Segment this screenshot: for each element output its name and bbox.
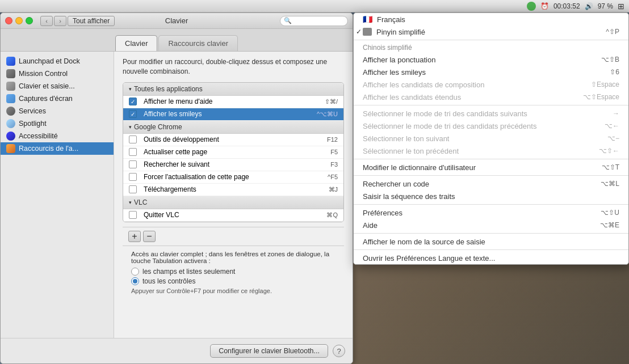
sidebar-item-keyboard[interactable]: Clavier et saisie...: [1, 80, 114, 92]
remove-shortcut-button[interactable]: −: [143, 231, 156, 242]
sidebar-item-shortcuts[interactable]: Raccourcis de l'a...: [1, 142, 114, 155]
main-window: ‹ › Tout afficher Clavier 🔍 Clavier Racc…: [0, 12, 353, 364]
sidebar: Launchpad et Dock Mission Control Clavie…: [1, 52, 114, 347]
menu-item-ponctuation[interactable]: Afficher la ponctuation ⌥⇧B: [354, 53, 628, 66]
separator-4: [354, 175, 628, 176]
flag-icon-fr: 🇫🇷: [363, 15, 372, 24]
maximize-button[interactable]: [26, 17, 33, 24]
checkbox-downloads[interactable]: [129, 185, 137, 193]
sidebar-item-accessibility[interactable]: Accessibilité: [1, 130, 114, 142]
nav-buttons: ‹ ›: [40, 16, 66, 26]
menu-item-candidats-etendus: Afficher les candidats étendus ⌥⇧Espace: [354, 91, 628, 103]
menu-item-sequence-traits[interactable]: Saisir la séquence des traits: [354, 190, 628, 202]
title-bar: ‹ › Tout afficher Clavier 🔍: [1, 13, 353, 29]
shortcut-downloads[interactable]: Téléchargements ⌘J: [123, 184, 343, 196]
menu-item-nom-source[interactable]: Afficher le nom de la source de saisie: [354, 235, 628, 248]
services-icon: [6, 107, 15, 116]
menu-item-smileys[interactable]: Afficher les smileys ⇧6: [354, 66, 628, 78]
menu-item-francais[interactable]: 🇫🇷 Français: [354, 13, 628, 26]
shortcut-find-next[interactable]: Rechercher le suivant F3: [123, 159, 343, 171]
content-area: Launchpad et Dock Mission Control Clavie…: [1, 52, 353, 347]
volume-icon[interactable]: 🔊: [585, 2, 593, 10]
access-note: Appuyer sur Contrôle+F7 pour modifier ce…: [131, 287, 336, 294]
menu-item-aide[interactable]: Aide ⌥⌘E: [354, 219, 628, 231]
checkbox-devtools[interactable]: [129, 136, 137, 143]
checkbox-help-menu[interactable]: [129, 98, 137, 105]
checkbox-smileys[interactable]: [129, 110, 137, 118]
show-all-button[interactable]: Tout afficher: [68, 16, 115, 26]
menu-item-ton-suivant: Sélectionner le ton suivant ⌥−: [354, 132, 628, 145]
sidebar-item-spotlight[interactable]: Spotlight: [1, 117, 114, 130]
radio-all-controls[interactable]: tous les contrôles: [131, 277, 336, 285]
grid-icon: ⊞: [618, 2, 624, 11]
back-button[interactable]: ‹: [40, 16, 53, 26]
separator-6: [354, 233, 628, 234]
separator-5: [354, 204, 628, 205]
forward-button[interactable]: ›: [54, 16, 66, 26]
triangle-vlc: ▾: [129, 200, 132, 205]
traffic-lights: [5, 17, 33, 24]
shortcut-devtools[interactable]: Outils de développement F12: [123, 134, 343, 146]
help-button[interactable]: ?: [333, 345, 345, 357]
access-title: Accès au clavier complet ; dans les fenê…: [131, 251, 336, 264]
menu-item-candidats-composition: Afficher les candidats de composition ⇧E…: [354, 78, 628, 91]
add-shortcut-button[interactable]: +: [128, 231, 141, 242]
close-button[interactable]: [5, 17, 12, 24]
input-source-dropdown: 🇫🇷 Français Pinyin simplifié ^⇧P Chinois…: [353, 12, 629, 265]
menu-item-pinyin[interactable]: Pinyin simplifié ^⇧P: [354, 26, 628, 38]
sidebar-item-services[interactable]: Services: [1, 105, 114, 117]
configure-bluetooth-button[interactable]: Configurer le clavier Bluetooth...: [210, 344, 328, 358]
access-section: Accès au clavier complet ; dans les fenê…: [123, 246, 344, 300]
clock-icon: ⏰: [540, 2, 549, 10]
window-bottom-bar: Configurer le clavier Bluetooth... ?: [1, 338, 353, 363]
menu-item-preferences[interactable]: Préférences ⌥⇧U: [354, 206, 628, 219]
separator-2: [354, 105, 628, 105]
time-display: 00:03:52: [553, 2, 580, 10]
menubar-right: ⏰ 00:03:52 🔊 97 % ⊞: [527, 2, 624, 11]
shortcut-refresh[interactable]: Actualiser cette page F5: [123, 146, 343, 159]
search-icon: 🔍: [284, 17, 292, 24]
separator-3: [354, 159, 628, 159]
menubar: ⏰ 00:03:52 🔊 97 % ⊞: [0, 0, 629, 12]
accessibility-icon: [6, 132, 15, 141]
radio-circle-all[interactable]: [131, 277, 139, 285]
tabs-toolbar: Clavier Raccourcis clavier: [1, 29, 353, 52]
spotlight-icon: [6, 119, 15, 128]
menu-item-open-preferences[interactable]: Ouvrir les Préférences Langue et texte..…: [354, 252, 628, 264]
sidebar-item-launchpad[interactable]: Launchpad et Dock: [1, 55, 114, 67]
radio-fields-only[interactable]: les champs et listes seulement: [131, 268, 336, 276]
checkbox-find-next[interactable]: [129, 160, 137, 168]
triangle-chrome: ▾: [129, 124, 132, 130]
description-text: Pour modifier un raccourci, double-cliqu…: [123, 57, 344, 77]
menu-item-dictionnaire[interactable]: Modifier le dictionnaire d'utilisateur ⌥…: [354, 161, 628, 173]
triangle-all-apps: ▾: [129, 86, 132, 92]
sidebar-item-screenshot[interactable]: Captures d'écran: [1, 92, 114, 105]
main-panel: Pour modifier un raccourci, double-cliqu…: [114, 52, 353, 347]
checkbox-refresh[interactable]: [129, 148, 137, 156]
shortcut-help-menu[interactable]: Afficher le menu d'aide ⇧⌘/: [123, 96, 343, 108]
minimize-button[interactable]: [15, 17, 23, 24]
separator-7: [354, 249, 628, 250]
shortcut-smileys[interactable]: Afficher les smileys ^⌥⌘U: [123, 108, 343, 121]
network-icon: [527, 2, 536, 11]
group-vlc[interactable]: ▾ VLC: [123, 196, 343, 209]
keyboard-icon: [6, 82, 15, 91]
search-box[interactable]: 🔍: [280, 16, 348, 26]
group-chrome[interactable]: ▾ Google Chrome: [123, 121, 343, 134]
sidebar-item-mission[interactable]: Mission Control: [1, 67, 114, 80]
tab-clavier[interactable]: Clavier: [115, 35, 157, 51]
menu-item-tri-suivants: Sélectionner le mode de tri des candidat…: [354, 107, 628, 120]
mission-icon: [6, 69, 15, 78]
shortcut-quit-vlc[interactable]: Quitter VLC ⌘Q: [123, 209, 343, 222]
tab-raccourcis[interactable]: Raccourcis clavier: [158, 35, 237, 51]
checkbox-quit-vlc[interactable]: [129, 211, 137, 219]
shortcut-force-refresh[interactable]: Forcer l'actualisation de cette page ^F5: [123, 171, 343, 184]
menu-item-rechercher-code[interactable]: Rechercher un code ⌥⌘L: [354, 177, 628, 190]
section-chinois-simplifie: Chinois simplifié: [354, 42, 628, 53]
checkbox-force-refresh[interactable]: [129, 173, 137, 181]
window-title: Clavier: [165, 16, 188, 25]
launchpad-icon: [6, 57, 15, 66]
group-all-apps[interactable]: ▾ Toutes les applications: [123, 83, 343, 96]
radio-circle-fields[interactable]: [131, 268, 139, 276]
shortcuts-table: ▾ Toutes les applications Afficher le me…: [123, 82, 344, 222]
